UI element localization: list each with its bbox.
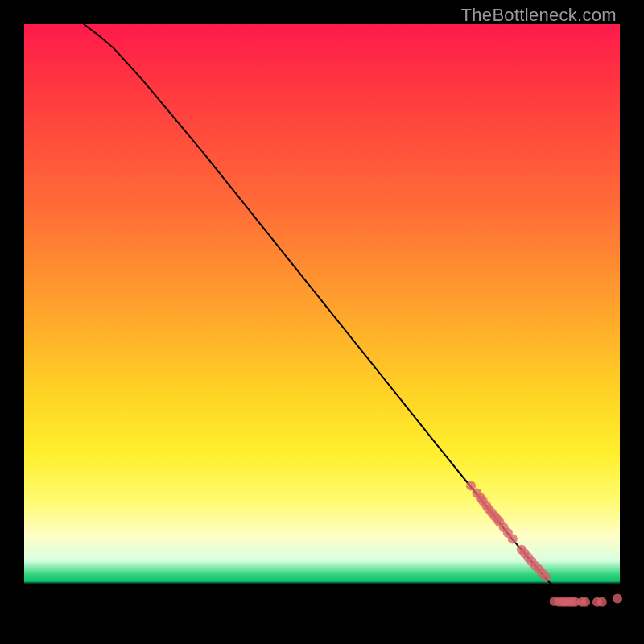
data-point <box>580 597 590 607</box>
data-point <box>613 593 622 603</box>
data-point <box>508 534 518 543</box>
chart-frame: TheBottleneck.com <box>0 0 644 644</box>
watermark-label: TheBottleneck.com <box>461 5 617 26</box>
plot-area <box>24 24 620 620</box>
data-point <box>541 572 551 582</box>
data-point <box>597 597 607 607</box>
scatter-dots <box>466 481 622 607</box>
bottleneck-curve <box>84 24 620 602</box>
chart-svg <box>24 24 620 620</box>
